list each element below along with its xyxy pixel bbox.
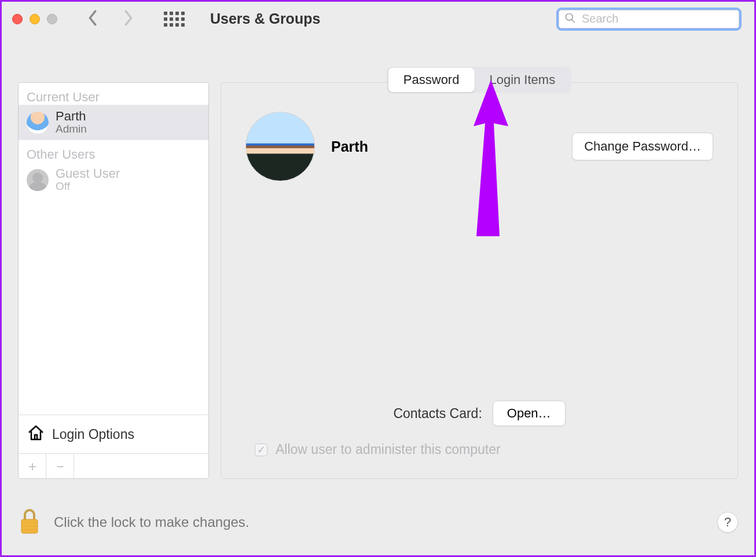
panel-body: Parth Change Password… Contacts Card: Op…: [221, 82, 738, 479]
minus-icon: －: [53, 457, 67, 475]
sidebar-spacer: [19, 197, 208, 415]
add-user-button[interactable]: ＋: [19, 454, 46, 478]
lock-hint-text: Click the lock to make changes.: [54, 514, 249, 530]
contacts-row: Contacts Card: Open…: [221, 401, 737, 426]
nav-arrows: [86, 10, 135, 28]
sidebar-user-guest[interactable]: Guest User Off: [19, 162, 208, 197]
content: Current User Parth Admin Other Users Gue…: [2, 36, 754, 479]
user-name-label: Guest User: [56, 167, 120, 180]
search-icon: [564, 12, 576, 26]
login-options-button[interactable]: Login Options: [19, 415, 208, 453]
toolbar: Users & Groups: [2, 2, 754, 36]
window-title: Users & Groups: [210, 10, 551, 27]
plus-icon: ＋: [25, 457, 39, 475]
user-info: Parth Admin: [56, 109, 87, 135]
user-name-label: Parth: [56, 109, 87, 123]
current-user-heading: Current User: [19, 83, 208, 105]
maximize-window-button[interactable]: [47, 14, 57, 24]
users-sidebar: Current User Parth Admin Other Users Gue…: [18, 82, 209, 479]
search-input[interactable]: [582, 12, 733, 25]
other-users-heading: Other Users: [19, 140, 208, 162]
login-options-label: Login Options: [52, 427, 134, 442]
admin-checkbox-row: ✓ Allow user to administer this computer: [255, 442, 501, 457]
avatar-icon: [27, 112, 49, 134]
show-all-prefs-button[interactable]: [164, 12, 185, 27]
remove-user-button[interactable]: －: [46, 454, 74, 478]
avatar-icon: [27, 169, 49, 191]
svg-line-1: [572, 19, 575, 22]
back-button[interactable]: [86, 10, 99, 28]
footer: Click the lock to make changes. ?: [18, 507, 738, 538]
contacts-label: Contacts Card:: [393, 406, 482, 422]
search-field-wrap[interactable]: [556, 8, 742, 31]
home-icon: [27, 423, 45, 445]
check-icon: ✓: [257, 444, 266, 456]
main-panel: Password Login Items Parth Change Passwo…: [221, 82, 738, 479]
profile-name: Parth: [331, 138, 368, 155]
tab-password[interactable]: Password: [388, 68, 475, 92]
tab-login-items[interactable]: Login Items: [474, 68, 570, 92]
profile-avatar[interactable]: [245, 112, 315, 181]
admin-checkbox-label: Allow user to administer this computer: [276, 442, 501, 457]
change-password-button[interactable]: Change Password…: [572, 133, 713, 160]
lock-icon[interactable]: [18, 507, 41, 538]
add-remove-bar: ＋ －: [19, 453, 208, 478]
forward-button[interactable]: [122, 10, 135, 28]
user-role-label: Admin: [56, 123, 87, 135]
user-info: Guest User Off: [56, 167, 120, 193]
user-role-label: Off: [56, 180, 120, 193]
profile-row: Parth Change Password…: [245, 112, 713, 181]
close-window-button[interactable]: [12, 14, 23, 24]
admin-checkbox: ✓: [255, 444, 267, 456]
open-contacts-button[interactable]: Open…: [493, 401, 566, 426]
sidebar-user-current[interactable]: Parth Admin: [19, 105, 208, 140]
window-controls: [12, 14, 57, 24]
minimize-window-button[interactable]: [30, 14, 40, 24]
help-button[interactable]: ?: [717, 512, 738, 533]
tabs: Password Login Items: [387, 67, 571, 93]
